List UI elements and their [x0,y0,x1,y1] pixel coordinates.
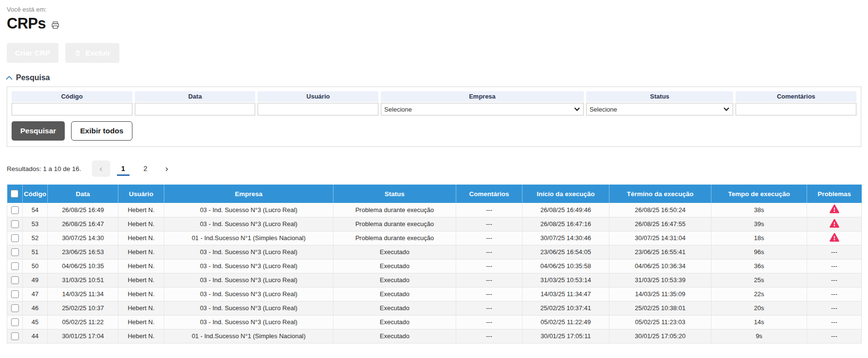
row-select-cell [7,329,23,343]
inicio-cell: 23/06/25 16:54:05 [522,245,609,259]
show-all-button[interactable]: Exibir todos [71,121,132,141]
inicio-cell: 30/07/25 14:30:46 [522,231,609,245]
empresa-cell: 01 - Ind.Sucesso N°1 (Simples Nacional) [164,329,333,343]
row-checkbox[interactable] [11,220,19,228]
empresa-cell: 01 - Ind.Sucesso N°1 (Simples Nacional) [164,231,333,245]
row-select-cell [7,217,23,231]
usuario-cell: Hebert N. [118,231,164,245]
column-header: Comentários [456,185,522,203]
inicio-cell: 05/02/25 11:22:49 [522,315,609,329]
inicio-cell: 26/08/25 16:47:16 [522,217,609,231]
row-select-cell [7,287,23,301]
table-body: 5426/08/25 16:49Hebert N.03 - Ind. Suces… [7,203,862,343]
status-select[interactable]: Selecione [586,103,734,115]
tempo-cell: 36s [711,259,807,273]
table-row: 4430/01/25 17:04Hebert N.01 - Ind.Sucess… [7,329,862,343]
printer-icon[interactable] [51,21,60,29]
usuario-input[interactable] [258,103,378,115]
table-row: 5123/06/25 16:53Hebert N.03 - Ind. Suces… [7,245,862,259]
row-select-cell [7,301,23,315]
empresa-cell: 03 - Ind. Sucesso N°3 (Lucro Real) [164,259,333,273]
table-row: 4625/02/25 10:37Hebert N.03 - Ind. Suces… [7,301,862,315]
empresa-cell: 03 - Ind. Sucesso N°3 (Lucro Real) [164,315,333,329]
comentarios-cell: --- [456,301,522,315]
filter-column-codigo: Código [12,91,132,115]
table-row: 5230/07/25 14:30Hebert N.01 - Ind.Sucess… [7,231,862,245]
row-select-cell [7,231,23,245]
column-header: Empresa [164,185,333,203]
next-page-button[interactable]: › [159,160,175,177]
search-button[interactable]: Pesquisar [12,121,65,141]
problemas-cell: --- [807,301,862,315]
table-row: 4714/03/25 11:34Hebert N.03 - Ind. Suces… [7,287,862,301]
crp-page: Você está em: CRPs Criar CRP Excluir Pes… [0,0,868,344]
warning-triangle-icon [829,233,839,242]
search-section-toggle[interactable]: Pesquisa [7,73,861,82]
comentarios-cell: --- [456,259,522,273]
row-checkbox[interactable] [11,276,19,284]
inicio-cell: 14/03/25 11:34:47 [522,287,609,301]
usuario-cell: Hebert N. [118,259,164,273]
comentarios-cell: --- [456,245,522,259]
filter-label-comentarios: Comentários [736,91,856,102]
problemas-cell: --- [807,245,862,259]
page-number-1[interactable]: 1 [117,162,130,176]
codigo-cell: 54 [23,203,48,217]
row-checkbox[interactable] [11,332,19,340]
data-cell: 04/06/25 10:35 [48,259,118,273]
codigo-input[interactable] [12,103,132,115]
page-title: CRPs [7,15,46,32]
table-header-row: CódigoDataUsuárioEmpresaStatusComentário… [7,185,862,203]
row-checkbox[interactable] [11,290,19,298]
problemas-cell: --- [807,273,862,287]
comentarios-input[interactable] [736,103,856,115]
status-cell: Problema durante execução [333,217,456,231]
row-checkbox[interactable] [11,234,19,242]
termino-cell: 23/06/25 16:55:41 [609,245,711,259]
comentarios-cell: --- [456,287,522,301]
problemas-cell: --- [807,315,862,329]
data-cell: 30/01/25 17:04 [48,329,118,343]
chevron-up-icon [6,76,13,83]
row-checkbox[interactable] [11,304,19,312]
column-header: Usuário [118,185,164,203]
tempo-cell: 38s [711,203,807,217]
prev-page-button[interactable]: ‹ [92,160,110,177]
select-all-checkbox[interactable] [11,190,18,198]
status-cell: Executado [333,273,456,287]
create-crp-button[interactable]: Criar CRP [7,43,58,63]
problemas-cell [807,203,862,217]
table-row: 5426/08/25 16:49Hebert N.03 - Ind. Suces… [7,203,862,217]
delete-button[interactable]: Excluir [65,43,119,63]
comentarios-cell: --- [456,273,522,287]
data-cell: 05/02/25 11:22 [48,315,118,329]
warning-triangle-icon [829,219,839,228]
trash-icon [74,49,81,57]
page-number-2[interactable]: 2 [139,162,152,176]
empresa-cell: 03 - Ind. Sucesso N°3 (Lucro Real) [164,203,333,217]
row-checkbox[interactable] [11,262,19,270]
empresa-select[interactable]: Selecione [381,103,584,115]
filter-label-empresa: Empresa [381,91,584,102]
status-cell: Problema durante execução [333,231,456,245]
data-cell: 14/03/25 11:34 [48,287,118,301]
row-select-cell [7,273,23,287]
table-row: 5326/08/25 16:47Hebert N.03 - Ind. Suces… [7,217,862,231]
usuario-cell: Hebert N. [118,315,164,329]
status-cell: Executado [333,315,456,329]
status-cell: Executado [333,259,456,273]
problemas-cell [807,217,862,231]
data-cell: 26/08/25 16:47 [48,217,118,231]
tempo-cell: 25s [711,273,807,287]
usuario-cell: Hebert N. [118,245,164,259]
crp-table: CódigoDataUsuárioEmpresaStatusComentário… [7,185,862,344]
codigo-cell: 52 [23,231,48,245]
row-checkbox[interactable] [11,248,19,256]
data-cell: 25/02/25 10:37 [48,301,118,315]
data-input[interactable] [135,103,256,115]
status-cell: Executado [333,245,456,259]
row-checkbox[interactable] [11,318,19,326]
empresa-cell: 03 - Ind. Sucesso N°3 (Lucro Real) [164,245,333,259]
codigo-cell: 45 [23,315,48,329]
row-checkbox[interactable] [11,206,19,214]
